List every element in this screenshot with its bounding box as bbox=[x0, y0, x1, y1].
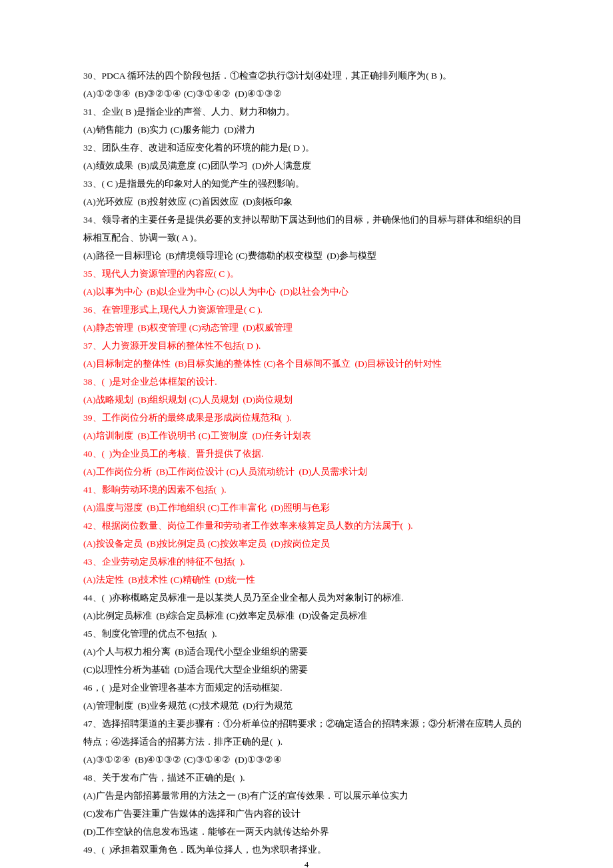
text-line: 48、关于发布广告，描述不正确的是( ). bbox=[83, 769, 530, 787]
text-line: 39、工作岗位分析的最终成果是形成岗位规范和( ). bbox=[83, 409, 530, 427]
text-line: 30、PDCA 循环法的四个阶段包括．①检查②执行③计划④处理，其正确排列顺序为… bbox=[83, 67, 530, 85]
text-line: (A)按设备定员 (B)按比例定员 (C)按效率定员 (D)按岗位定员 bbox=[83, 535, 530, 553]
document-page: 30、PDCA 循环法的四个阶段包括．①检查②执行③计划④处理，其正确排列顺序为… bbox=[0, 0, 613, 868]
text-line: (A)以事为中心 (B)以企业为中心 (C)以人为中心 (D)以社会为中心 bbox=[83, 283, 530, 301]
text-line: (A)战略规划 (B)组织规划 (C)人员规划 (D)岗位规划 bbox=[83, 391, 530, 409]
text-line: 40、( )为企业员工的考核、晋升提供了依据. bbox=[83, 445, 530, 463]
text-line: 35、现代人力资源管理的內容应( C )。 bbox=[83, 265, 530, 283]
text-line: (A)培训制度 (B)工作说明书 (C)工资制度 (D)任务计划表 bbox=[83, 427, 530, 445]
text-line: 43、企业劳动定员标准的特征不包括( ). bbox=[83, 553, 530, 571]
text-line: (C)以理性分析为基础 (D)适合现代大型企业组织的需要 bbox=[83, 661, 530, 679]
text-line: (A)温度与湿度 (B)工作地组织 (C)工作丰富化 (D)照明与色彩 bbox=[83, 499, 530, 517]
page-number: 4 bbox=[0, 856, 613, 868]
text-line: (A)管理制度 (B)业务规范 (C)技术规范 (D)行为规范 bbox=[83, 697, 530, 715]
text-line: 31、企业( B )是指企业的声誉、人力、财力和物力。 bbox=[83, 103, 530, 121]
text-line: (A)比例定员标准 (B)综合定员标准 (C)效率定员标准 (D)设备定员标准 bbox=[83, 607, 530, 625]
text-line: (D)工作空缺的信息发布迅速．能够在一两天内就传达给外界 bbox=[83, 823, 530, 841]
text-line: (A)广告是内部招募最常用的方法之一 (B)有广泛的宣传效果．可以展示单位实力 bbox=[83, 787, 530, 805]
text-line: (A)销售能力 (B)实力 (C)服务能力 (D)潜力 bbox=[83, 121, 530, 139]
text-line: (A)目标制定的整体性 (B)目标实施的整体性 (C)各个目标间不孤立 (D)目… bbox=[83, 355, 530, 373]
text-line: (A)工作岗位分析 (B)工作岗位设计 (C)人员流动统计 (D)人员需求计划 bbox=[83, 463, 530, 481]
text-line: (A)①②③④ (B)③②①④ (C)③①④② (D)④①③② bbox=[83, 85, 530, 103]
text-line: 38、( )是对企业总体框架的设计. bbox=[83, 373, 530, 391]
text-line: (A)绩效成果 (B)成员满意度 (C)团队学习 (D)外人满意度 bbox=[83, 157, 530, 175]
text-line: 42、根据岗位数量、岗位工作量和劳动者工作效率来核算定员人数的方法属于( ). bbox=[83, 517, 530, 535]
text-line: 45、制度化管理的优点不包括( ). bbox=[83, 625, 530, 643]
text-line: (A)个人与权力相分离 (B)适合现代小型企业组织的需要 bbox=[83, 643, 530, 661]
text-line: (A)路径一目标理论 (B)情境领导理论 (C)费德勒的权变模型 (D)参与模型 bbox=[83, 247, 530, 265]
text-line: (A)③①②④ (B)④①③② (C)③①④② (D)①③②④ bbox=[83, 751, 530, 769]
text-line: 36、在管理形式上,现代人力资源管理是( C ). bbox=[83, 301, 530, 319]
text-line: 44、( )亦称概略定员标准一是以某类人员乃至企业全都人员为对象制订的标准. bbox=[83, 589, 530, 607]
document-body: 30、PDCA 循环法的四个阶段包括．①检查②执行③计划④处理，其正确排列顺序为… bbox=[83, 67, 530, 859]
text-line: 37、人力资源开发目标的整体性不包括( D ). bbox=[83, 337, 530, 355]
text-line: (A)法定性 (B)技术性 (C)精确性 (D)统一性 bbox=[83, 571, 530, 589]
text-line: (C)发布广告要注重广告媒体的选择和广告内容的设计 bbox=[83, 805, 530, 823]
text-line: 34、领导者的主要任务是提供必要的支持以帮助下属达到他们的目标，并确保他们的目标… bbox=[83, 211, 530, 247]
text-line: (A)光环效应 (B)投射效应 (C)首因效应 (D)刻板印象 bbox=[83, 193, 530, 211]
text-line: 33、( C )是指最先的印象对人的知觉产生的强烈影响。 bbox=[83, 175, 530, 193]
text-line: 47、选择招聘渠道的主要步骤有：①分析单位的招聘要求；②确定适合的招聘来源；③分… bbox=[83, 715, 530, 751]
text-line: 41、影响劳动环境的因素不包括( ). bbox=[83, 481, 530, 499]
text-line: (A)静态管理 (B)权变管理 (C)动态管理 (D)权威管理 bbox=[83, 319, 530, 337]
text-line: 46，( )是对企业管理各基本方面规定的活动框架. bbox=[83, 679, 530, 697]
text-line: 32、团队生存、改进和适应变化着的环境的能力是( D )。 bbox=[83, 139, 530, 157]
